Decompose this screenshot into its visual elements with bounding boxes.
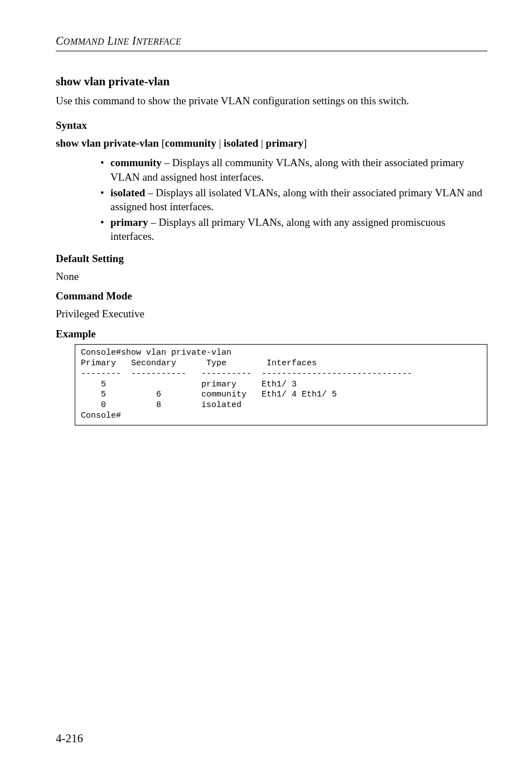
option-community-label: community bbox=[110, 157, 162, 168]
option-community: community – Displays all community VLANs… bbox=[100, 156, 487, 184]
option-primary-label: primary bbox=[110, 216, 148, 228]
syntax-sep2: | bbox=[258, 137, 265, 149]
default-setting-heading: Default Setting bbox=[56, 251, 487, 266]
syntax-opt-primary: primary bbox=[266, 137, 304, 149]
syntax-cmd: show vlan private-vlan bbox=[56, 137, 159, 149]
header-rule bbox=[56, 51, 487, 51]
option-isolated-text: – Displays all isolated VLANs, along wit… bbox=[110, 187, 482, 213]
syntax-line: show vlan private-vlan [community | isol… bbox=[56, 136, 487, 151]
syntax-sep1: | bbox=[216, 137, 224, 149]
page-number: 4-216 bbox=[56, 731, 83, 746]
syntax-close: ] bbox=[303, 137, 307, 149]
option-community-text: – Displays all community VLANs, along wi… bbox=[110, 157, 464, 183]
default-setting-value: None bbox=[56, 269, 487, 284]
header-word-3a: I bbox=[129, 35, 136, 47]
command-mode-value: Privileged Executive bbox=[56, 307, 487, 321]
section-title: show vlan private-vlan bbox=[56, 74, 487, 89]
section-intro: Use this command to show the private VLA… bbox=[56, 94, 487, 108]
syntax-opt-isolated: isolated bbox=[224, 137, 258, 149]
option-isolated-label: isolated bbox=[110, 187, 145, 199]
header-word-1a: C bbox=[56, 35, 64, 47]
syntax-open: [ bbox=[159, 137, 165, 149]
header-word-2a: L bbox=[104, 35, 114, 47]
syntax-opt-community: community bbox=[165, 137, 216, 149]
example-heading: Example bbox=[56, 327, 487, 341]
option-primary-text: – Displays all primary VLANs, along with… bbox=[110, 216, 446, 243]
options-list: community – Displays all community VLANs… bbox=[100, 156, 487, 244]
syntax-heading: Syntax bbox=[56, 118, 487, 133]
running-header: COMMAND LINE INTERFACE bbox=[56, 33, 487, 49]
option-primary: primary – Displays all primary VLANs, al… bbox=[100, 215, 487, 244]
header-word-1b: OMMAND bbox=[64, 37, 104, 46]
command-mode-heading: Command Mode bbox=[56, 289, 487, 303]
example-console-output: Console#show vlan private-vlan Primary S… bbox=[75, 344, 487, 425]
header-word-3b: NTERFACE bbox=[136, 37, 181, 46]
header-word-2b: INE bbox=[114, 37, 129, 46]
option-isolated: isolated – Displays all isolated VLANs, … bbox=[100, 186, 487, 214]
